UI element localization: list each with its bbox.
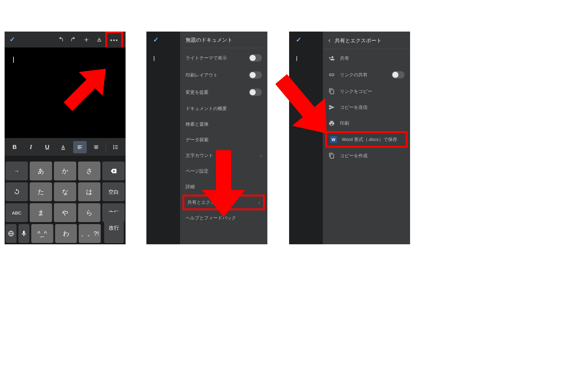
undo-button[interactable] — [55, 34, 66, 45]
back-button[interactable]: ‹ — [328, 36, 330, 44]
document-canvas[interactable] — [5, 48, 126, 138]
key-wa[interactable]: わ — [55, 224, 77, 243]
menu-save-word-highlight[interactable]: W Word 形式（.docx）で保存 — [325, 131, 408, 148]
align-center-button[interactable] — [89, 141, 103, 153]
menu-doc-outline[interactable]: ドキュメントの概要 — [180, 101, 267, 116]
key-abc[interactable]: ABC — [6, 203, 28, 222]
menu-label: コピーを送信 — [340, 105, 405, 110]
done-button[interactable]: ✓ — [293, 36, 304, 44]
menu-label: リンクの共有 — [340, 72, 387, 78]
annotation-arrow-1 — [54, 60, 115, 121]
chevron-right-icon: › — [260, 153, 262, 158]
menu-copy-link[interactable]: リンクをコピー — [323, 83, 410, 99]
toggle-off[interactable] — [392, 71, 405, 78]
key-sa[interactable]: さ — [78, 162, 100, 181]
share-export-panel: ‹ 共有とエクスポート 共有 リンクの共有 リンクをコピー コピーを送信 — [323, 32, 410, 244]
key-punct[interactable]: 、。?! — [79, 224, 101, 243]
key-backspace[interactable] — [102, 162, 125, 181]
more-menu-highlight: ••• — [105, 32, 123, 49]
align-left-button[interactable] — [73, 141, 87, 153]
panel-title-text: 共有とエクスポート — [335, 37, 382, 44]
menu-label: データ探索 — [186, 137, 262, 143]
menu-label: 印刷レイアウト — [186, 72, 244, 78]
more-menu-button[interactable]: ••• — [109, 35, 120, 46]
menu-label: リンクをコピー — [340, 89, 405, 94]
text-cursor — [13, 57, 14, 63]
text-cursor — [154, 56, 154, 61]
svg-rect-6 — [115, 147, 118, 147]
menu-print-layout[interactable]: 印刷レイアウト — [180, 67, 267, 84]
key-mic[interactable] — [18, 224, 29, 243]
menu-label: コピーを作成 — [340, 153, 405, 159]
text-format-button[interactable] — [94, 34, 105, 45]
key-na[interactable]: な — [54, 182, 76, 201]
key-reverse[interactable] — [6, 182, 28, 201]
svg-rect-5 — [115, 145, 118, 146]
key-ka[interactable]: か — [54, 162, 76, 181]
menu-send-copy[interactable]: コピーを送信 — [323, 99, 410, 115]
text-color-button[interactable] — [57, 141, 70, 153]
menu-label: 検索と置換 — [186, 121, 262, 127]
format-toolbar: B I U — [5, 138, 126, 156]
menu-label: 変更を提案 — [186, 89, 244, 95]
key-space[interactable]: 空白 — [102, 182, 125, 201]
insert-button[interactable]: + — [81, 34, 92, 45]
menu-title-text: 無題のドキュメント — [186, 36, 232, 44]
chevron-right-icon: › — [258, 200, 260, 205]
bullet-list-button[interactable] — [109, 141, 122, 153]
key-ta[interactable]: た — [30, 182, 52, 201]
text-cursor — [296, 56, 297, 61]
key-return-tall[interactable]: 改行 — [104, 212, 124, 243]
menu-share[interactable]: 共有 — [323, 50, 410, 66]
key-ra[interactable]: ら — [78, 203, 100, 222]
editor-toolbar: ✓ + ••• — [5, 32, 126, 48]
svg-marker-0 — [56, 60, 115, 119]
key-ha[interactable]: は — [78, 182, 100, 201]
duplicate-icon — [328, 153, 335, 159]
underline-button[interactable]: U — [40, 141, 54, 153]
bold-button[interactable]: B — [8, 141, 21, 153]
svg-point-4 — [113, 148, 114, 149]
svg-marker-12 — [276, 74, 334, 141]
svg-rect-1 — [62, 149, 65, 150]
menu-title: 無題のドキュメント — [180, 32, 267, 48]
menu-light-theme[interactable]: ライトテーマで表示 — [180, 49, 267, 67]
toggle-off[interactable] — [249, 54, 262, 62]
doc-preview-strip: ✓ — [146, 32, 180, 244]
menu-print[interactable]: 印刷 — [323, 115, 410, 131]
menu-label: Word 形式（.docx）で保存 — [342, 137, 403, 143]
menu-label: 共有 — [340, 55, 405, 61]
menu-explore[interactable]: データ探索 — [180, 132, 267, 148]
key-ya[interactable]: や — [54, 203, 76, 222]
key-a[interactable]: あ — [30, 162, 52, 181]
key-globe[interactable] — [6, 224, 17, 243]
panel-header: ‹ 共有とエクスポート — [323, 32, 410, 49]
done-button[interactable]: ✓ — [7, 36, 17, 44]
svg-point-3 — [113, 147, 114, 147]
menu-label: ドキュメントの概要 — [186, 106, 262, 112]
divider — [106, 143, 106, 151]
svg-point-2 — [113, 145, 114, 146]
menu-link-sharing[interactable]: リンクの共有 — [323, 66, 410, 83]
done-button[interactable]: ✓ — [151, 36, 161, 44]
key-ma[interactable]: ま — [30, 203, 52, 222]
annotation-arrow-3 — [276, 74, 334, 141]
person-add-icon — [328, 55, 335, 61]
menu-find-replace[interactable]: 検索と置換 — [180, 116, 267, 132]
menu-suggest-changes[interactable]: 変更を提案 — [180, 84, 267, 101]
annotation-arrow-2 — [196, 150, 251, 218]
menu-make-copy[interactable]: コピーを作成 — [323, 148, 410, 164]
redo-button[interactable] — [68, 34, 79, 45]
menu-label: 印刷 — [340, 120, 405, 126]
svg-rect-7 — [115, 148, 118, 149]
key-arrow[interactable]: → — [6, 162, 28, 181]
menu-label: ライトテーマで表示 — [186, 55, 244, 61]
key-emoji[interactable]: ^_^ — [31, 224, 53, 243]
italic-button[interactable]: I — [24, 141, 38, 153]
svg-marker-11 — [202, 150, 245, 217]
toggle-off[interactable] — [249, 71, 262, 79]
toggle-off[interactable] — [249, 89, 262, 96]
